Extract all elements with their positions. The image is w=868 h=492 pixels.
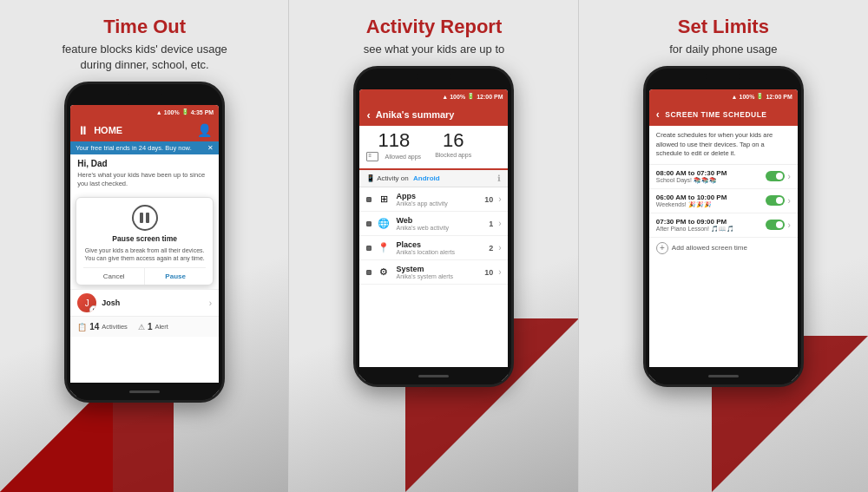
schedule-1-info: 08:00 AM to 07:30 PM School Days! 📚📚📚 bbox=[656, 169, 727, 184]
schedule-3-info: 07:30 PM to 09:00 PM After Piano Lesson!… bbox=[656, 218, 734, 233]
phone2-home-indicator bbox=[356, 367, 511, 384]
panel3-subtitle: for daily phone usage bbox=[669, 42, 777, 57]
pause-bar-right bbox=[146, 213, 149, 223]
activity-prefix: Activity on bbox=[377, 174, 408, 182]
list-item-system[interactable]: ⚙ System Anika's system alerts 10 › bbox=[359, 260, 508, 285]
add-circle-icon[interactable]: + bbox=[656, 242, 668, 254]
avatar-pause-badge: ⏸ bbox=[89, 305, 96, 312]
back-arrow-3[interactable]: ‹ bbox=[656, 108, 661, 121]
schedule-3-time: 07:30 PM to 09:00 PM bbox=[656, 218, 734, 226]
panel1-title: Time Out bbox=[103, 16, 186, 38]
avatar-icon-1: 👤 bbox=[197, 123, 212, 137]
schedule-3-toggle[interactable]: › bbox=[766, 220, 790, 230]
web-icon: 🌐 bbox=[377, 217, 391, 231]
phone2-notch bbox=[417, 74, 451, 79]
cancel-button[interactable]: Cancel bbox=[83, 268, 144, 285]
back-arrow-2[interactable]: ‹ bbox=[366, 108, 370, 121]
list-item-web[interactable]: 🌐 Web Anika's web activity 1 › bbox=[359, 212, 508, 236]
activities-count: 14 bbox=[89, 322, 99, 331]
places-sub: Anika's location alerts bbox=[396, 249, 483, 255]
panel3-title: Set Limits bbox=[678, 16, 769, 38]
battery-percent-1: 100% bbox=[164, 109, 180, 115]
status-icons-3: ▲ 100% 🔋 12:00 PM bbox=[732, 93, 792, 100]
bullet-web bbox=[366, 221, 372, 226]
system-chevron: › bbox=[498, 267, 501, 277]
footer-stats: 📋 14 Activities ⚠ 1 Alert bbox=[70, 316, 219, 337]
allowed-icon: ≡ bbox=[366, 152, 378, 161]
schedule-item-3[interactable]: 07:30 PM to 09:00 PM After Piano Lesson!… bbox=[649, 213, 798, 238]
battery-icon-3: 🔋 bbox=[756, 93, 764, 100]
toggle-on-2[interactable] bbox=[766, 195, 785, 206]
allowed-icon-lines: ≡ bbox=[368, 153, 372, 158]
system-sub: Anika's system alerts bbox=[396, 273, 479, 279]
schedule-1-days: School Days! 📚📚📚 bbox=[656, 177, 727, 184]
blocked-apps: 16 Blocked apps bbox=[435, 129, 471, 161]
user-row[interactable]: J ⏸ Josh › bbox=[70, 289, 219, 316]
activity-platform: Android bbox=[413, 174, 440, 182]
activity-platform-label: 📱 Activity on Android bbox=[366, 174, 439, 182]
signal-icon: ▲ bbox=[156, 109, 162, 115]
schedule-1-toggle[interactable]: › bbox=[766, 171, 790, 181]
pause-dialog-buttons: Cancel Pause bbox=[83, 267, 206, 285]
app-header-1: ⏸ HOME 👤 bbox=[70, 119, 219, 141]
schedule-item-2[interactable]: 06:00 AM to 10:00 PM Weekends! 🎉🎉🎉 › bbox=[649, 189, 798, 213]
desc-text: Here's what your kids have been up to si… bbox=[70, 171, 219, 194]
user-avatar: J ⏸ bbox=[77, 293, 96, 312]
phone-3: ▲ 100% 🔋 12:00 PM ‹ SCREEN TIME SCHEDULE… bbox=[643, 66, 804, 387]
schedule-1-chevron: › bbox=[787, 172, 790, 181]
schedule-item-1[interactable]: 08:00 AM to 07:30 PM School Days! 📚📚📚 › bbox=[649, 165, 798, 189]
add-label: Add allowed screen time bbox=[672, 244, 747, 252]
schedule-2-chevron: › bbox=[787, 196, 790, 206]
activity-icon-bar: 📱 bbox=[366, 174, 375, 182]
activity-list: ⊞ Apps Anika's app activity 10 › 🌐 Web A… bbox=[359, 187, 508, 285]
toggle-on-3[interactable] bbox=[766, 220, 785, 230]
alert-stat: ⚠ 1 Alert bbox=[138, 322, 168, 331]
activities-icon: 📋 bbox=[77, 323, 87, 331]
schedule-list: 08:00 AM to 07:30 PM School Days! 📚📚📚 › … bbox=[649, 165, 798, 238]
phone3-screen: ▲ 100% 🔋 12:00 PM ‹ SCREEN TIME SCHEDULE… bbox=[649, 89, 798, 381]
home-bar-1 bbox=[129, 390, 160, 393]
alert-icon: ⚠ bbox=[138, 323, 145, 331]
schedule-1-time: 08:00 AM to 07:30 PM bbox=[656, 169, 727, 177]
pause-dialog-text: Give your kids a break from all their de… bbox=[83, 246, 206, 262]
activities-stat: 📋 14 Activities bbox=[77, 322, 128, 331]
clock-2: 12:00 PM bbox=[477, 94, 503, 100]
status-icons-2: ▲ 100% 🔋 12:00 PM bbox=[442, 93, 503, 100]
app-header-3: ‹ SCREEN TIME SCHEDULE bbox=[649, 103, 798, 126]
allowed-apps: 118 ≡ Allowed apps bbox=[366, 129, 421, 161]
pause-bars bbox=[140, 213, 149, 223]
phone3-home-indicator bbox=[646, 367, 801, 384]
bullet-system bbox=[366, 270, 372, 275]
apps-name: Apps bbox=[396, 192, 479, 200]
panel1-subtitle: feature blocks kids' device usageduring … bbox=[62, 42, 227, 73]
phone1-notch bbox=[128, 89, 162, 95]
header-title-1: HOME bbox=[94, 125, 122, 135]
pause-button[interactable]: Pause bbox=[145, 268, 206, 285]
places-chevron: › bbox=[498, 243, 501, 253]
system-text: System Anika's system alerts bbox=[396, 265, 479, 279]
battery-percent-3: 100% bbox=[740, 94, 755, 100]
add-screen-time-row[interactable]: + Add allowed screen time bbox=[649, 238, 798, 259]
phone1-home-indicator bbox=[67, 383, 222, 400]
info-icon: ℹ bbox=[497, 174, 501, 183]
counts-section: 118 ≡ Allowed apps 16 Blocked apps bbox=[359, 126, 508, 170]
activity-bar: 📱 Activity on Android ℹ bbox=[359, 170, 508, 187]
bullet-apps bbox=[366, 197, 372, 202]
web-count: 1 bbox=[489, 220, 493, 228]
toggle-on-1[interactable] bbox=[766, 171, 785, 181]
user-name: Josh bbox=[102, 298, 204, 307]
panel-activity: Activity Report see what your kids are u… bbox=[289, 0, 578, 492]
list-item-places[interactable]: 📍 Places Anika's location alerts 2 › bbox=[359, 236, 508, 260]
web-sub: Anika's web activity bbox=[396, 225, 483, 231]
schedule-2-toggle[interactable]: › bbox=[766, 195, 790, 206]
places-icon: 📍 bbox=[377, 241, 391, 255]
status-bar-2: ▲ 100% 🔋 12:00 PM bbox=[359, 89, 508, 103]
system-name: System bbox=[396, 265, 479, 273]
clock-1: 4:35 PM bbox=[191, 109, 214, 115]
status-bar-1: ▲ 100% 🔋 4:35 PM bbox=[70, 105, 219, 119]
schedule-3-chevron: › bbox=[787, 220, 790, 230]
trial-banner: Your free trial ends in 24 days. Buy now… bbox=[70, 141, 219, 154]
pause-dialog-title: Pause screen time bbox=[83, 234, 206, 243]
panel-limits: Set Limits for daily phone usage ▲ 100% … bbox=[579, 0, 868, 492]
list-item-apps[interactable]: ⊞ Apps Anika's app activity 10 › bbox=[359, 187, 508, 212]
